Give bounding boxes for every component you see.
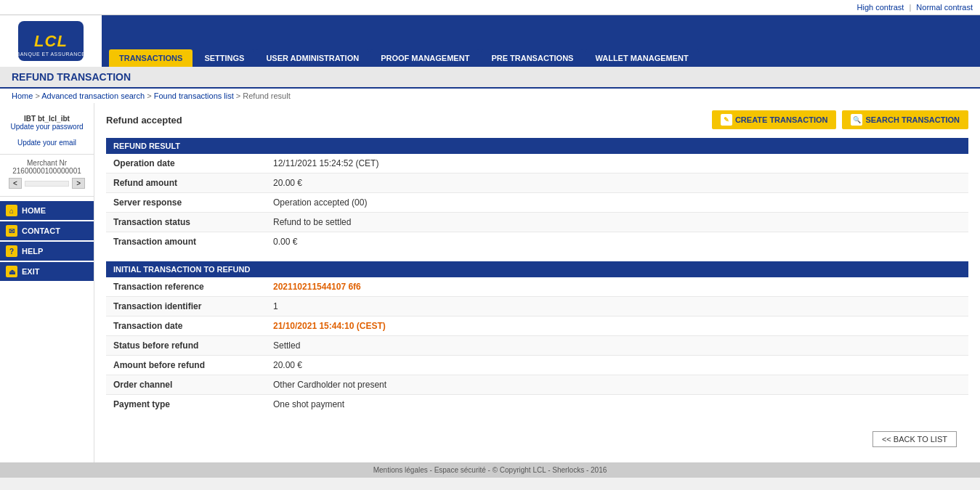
field-value-transaction-date: 21/10/2021 15:44:10 (CEST) [266,317,968,336]
separator: | [909,3,911,12]
table-row: Transaction amount 0.00 € [106,232,968,252]
tab-wallet-management[interactable]: WALLET MANAGEMENT [585,49,698,67]
create-transaction-label: CREATE TRANSACTION [735,115,828,124]
field-label-server-response: Server response [106,193,266,213]
tab-settings[interactable]: SETTINGS [194,49,254,67]
sidebar-merchant-nr: 21600000100000001 [6,167,88,175]
field-label-amount-before-refund: Amount before refund [106,356,266,375]
content-area: Refund accepted ✎ CREATE TRANSACTION 🔍 S… [94,103,980,462]
page-title: REFUND TRANSACTION [12,71,968,83]
breadcrumb: Home > Advanced transaction search > Fou… [0,89,980,103]
table-row: Transaction identifier 1 [106,297,968,317]
sidebar-exit-label: EXIT [22,267,39,276]
help-icon: ? [6,245,17,257]
sidebar-user: IBT bt_lcl_ibt Update your password Upda… [0,110,94,155]
sidebar-contact-label: CONTACT [22,226,60,235]
back-bar: << BACK TO LIST [106,424,968,454]
sidebar-home-label: HOME [22,206,46,215]
search-transaction-button[interactable]: 🔍 SEARCH TRANSACTION [842,110,968,129]
tab-proof-management[interactable]: PROOF MANAGEMENT [370,49,479,67]
scroll-track [25,181,69,187]
contact-icon: ✉ [6,225,17,237]
field-label-transaction-status: Transaction status [106,213,266,232]
table-row: Payment type One shot payment [106,395,968,415]
field-value-transaction-status: Refund to be settled [266,213,968,232]
sidebar-item-contact[interactable]: ✉ CONTACT [0,221,94,240]
scroll-left-btn[interactable]: < [9,178,22,189]
sidebar-username: IBT bt_lcl_ibt [6,115,88,123]
sidebar-nav: ⌂ HOME ✉ CONTACT ? HELP ⏏ EXIT [0,201,94,281]
tab-transactions[interactable]: TRANSACTIONS [109,49,193,67]
breadcrumb-advanced-search[interactable]: Advanced transaction search [41,91,145,100]
table-row: Amount before refund 20.00 € [106,356,968,375]
field-value-server-response: Operation accepted (00) [266,193,968,213]
table-row: Transaction date 21/10/2021 15:44:10 (CE… [106,317,968,336]
field-label-order-channel: Order channel [106,375,266,395]
field-value-transaction-identifier: 1 [266,297,968,317]
logo-subtext: BANQUE ET ASSURANCE [18,52,84,57]
refund-status-text: Refund accepted [106,115,182,126]
field-label-transaction-identifier: Transaction identifier [106,297,266,317]
sidebar-scroll: < > [6,175,88,192]
table-row: Transaction status Refund to be settled [106,213,968,232]
logo-text: LCL [34,32,68,51]
refund-result-header: REFUND RESULT [106,138,968,154]
field-label-operation-date: Operation date [106,154,266,173]
table-row: Server response Operation accepted (00) [106,193,968,213]
search-transaction-label: SEARCH TRANSACTION [865,115,960,124]
initial-transaction-header: INITIAL TRANSACTION TO REFUND [106,261,968,277]
top-bar: High contrast | Normal contrast [0,0,980,15]
field-value-refund-amount: 20.00 € [266,173,968,193]
update-email-link[interactable]: Update your email [6,139,88,147]
breadcrumb-current: Refund result [243,91,290,100]
scroll-right-btn[interactable]: > [72,178,85,189]
sidebar-merchant: Merchant Nr 21600000100000001 < > [0,155,94,197]
normal-contrast-link[interactable]: Normal contrast [916,3,973,12]
field-value-transaction-amount: 0.00 € [266,232,968,252]
create-transaction-button[interactable]: ✎ CREATE TRANSACTION [712,110,837,129]
initial-transaction-table: Transaction reference 202110211544107 6f… [106,277,968,414]
field-value-payment-type: One shot payment [266,395,968,415]
table-row: Refund amount 20.00 € [106,173,968,193]
tab-user-administration[interactable]: USER ADMINISTRATION [256,49,369,67]
field-value-amount-before-refund: 20.00 € [266,356,968,375]
main-layout: IBT bt_lcl_ibt Update your password Upda… [0,103,980,462]
field-value-order-channel: Other Cardholder not present [266,375,968,395]
exit-icon: ⏏ [6,266,17,277]
breadcrumb-home[interactable]: Home [12,91,33,100]
sidebar: IBT bt_lcl_ibt Update your password Upda… [0,103,94,462]
action-bar: Refund accepted ✎ CREATE TRANSACTION 🔍 S… [106,110,968,129]
table-row: Status before refund Settled [106,336,968,356]
field-value-status-before-refund: Settled [266,336,968,356]
field-value-transaction-reference: 202110211544107 6f6 [266,277,968,297]
sidebar-merchant-label: Merchant Nr [6,159,88,167]
update-password-link[interactable]: Update your password [6,123,88,131]
high-contrast-link[interactable]: High contrast [857,3,904,12]
footer: Mentions légales - Espace sécurité - © C… [0,462,980,478]
table-row: Operation date 12/11/2021 15:24:52 (CET) [106,154,968,173]
logo-area: LCL BANQUE ET ASSURANCE [0,15,102,67]
header: LCL BANQUE ET ASSURANCE TRANSACTIONS SET… [0,15,980,67]
field-label-payment-type: Payment type [106,395,266,415]
breadcrumb-found-list[interactable]: Found transactions list [154,91,234,100]
footer-text: Mentions légales - Espace sécurité - © C… [373,466,607,474]
transaction-date-link[interactable]: 21/10/2021 15:44:10 (CEST) [273,321,386,331]
sidebar-item-help[interactable]: ? HELP [0,242,94,261]
home-icon: ⌂ [6,205,17,216]
table-row: Order channel Other Cardholder not prese… [106,375,968,395]
tab-pre-transactions[interactable]: PRE TRANSACTIONS [481,49,583,67]
table-row: Transaction reference 202110211544107 6f… [106,277,968,297]
field-label-transaction-date: Transaction date [106,317,266,336]
field-label-transaction-amount: Transaction amount [106,232,266,252]
field-label-transaction-reference: Transaction reference [106,277,266,297]
sidebar-item-exit[interactable]: ⏏ EXIT [0,262,94,281]
create-transaction-icon: ✎ [721,114,732,126]
nav-tabs: TRANSACTIONS SETTINGS USER ADMINISTRATIO… [102,49,980,67]
refund-result-table: Operation date 12/11/2021 15:24:52 (CET)… [106,154,968,251]
action-buttons: ✎ CREATE TRANSACTION 🔍 SEARCH TRANSACTIO… [712,110,968,129]
back-to-list-button[interactable]: << BACK TO LIST [872,431,957,447]
transaction-reference-link[interactable]: 202110211544107 6f6 [273,282,361,292]
page-title-bar: REFUND TRANSACTION [0,67,980,89]
sidebar-item-home[interactable]: ⌂ HOME [0,201,94,220]
field-value-operation-date: 12/11/2021 15:24:52 (CET) [266,154,968,173]
